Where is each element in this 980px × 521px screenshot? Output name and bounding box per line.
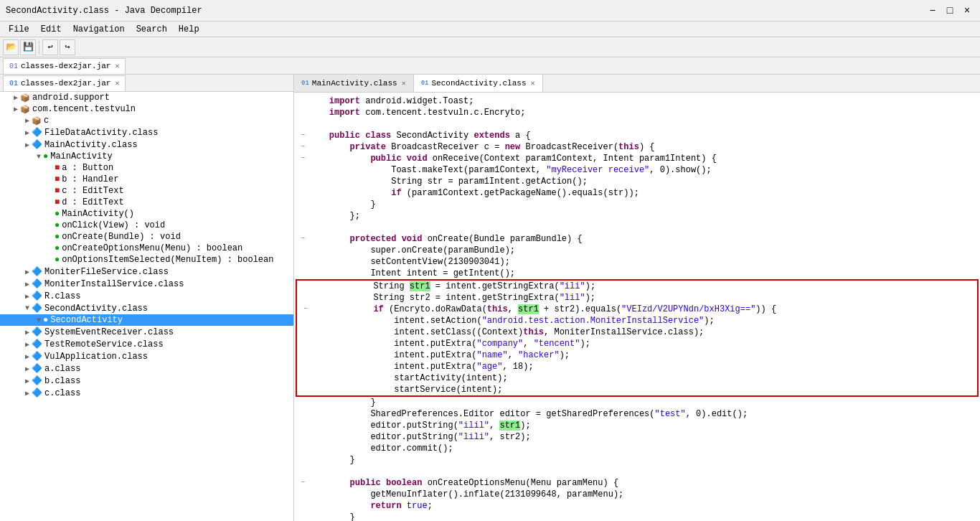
highlight-region: String str1 = intent.getStringExtra("ili…: [296, 279, 979, 397]
file-tab-jar[interactable]: 01 classes-dex2jar.jar ✕: [3, 58, 126, 74]
maximize-button[interactable]: □: [943, 4, 957, 18]
save-button[interactable]: 💾: [20, 39, 36, 55]
fold-button[interactable]: −: [297, 141, 308, 153]
fold-button[interactable]: −: [297, 233, 308, 245]
tree-label: VulApplication.class: [44, 352, 148, 362]
field-icon: ■: [55, 197, 60, 207]
toggle-mainactivity-class[interactable]: ▶: [23, 141, 32, 149]
toggle[interactable]: ▼: [23, 304, 32, 312]
window-title: SecondActivity.class - Java Decompiler: [6, 6, 202, 16]
back-button[interactable]: ↩: [42, 39, 58, 55]
toggle[interactable]: ▶: [23, 377, 32, 385]
tree-item-onoptionsitemselected[interactable]: ● onOptionsItemSelected(MenuItem) : bool…: [0, 254, 293, 266]
tree-item-oncreateoptionsmenu[interactable]: ● onCreateOptionsMenu(Menu) : boolean: [0, 243, 293, 254]
class-icon: ●: [43, 315, 48, 325]
code-line: intent.putExtra("company", "tencent");: [297, 338, 977, 349]
code-line: startActivity(intent);: [297, 372, 977, 384]
toggle-mainactivity[interactable]: ▼: [34, 153, 43, 161]
tree-item-moniterinstallservice[interactable]: ▶ 🔷 MoniterInstallService.class: [0, 278, 293, 290]
toggle-com-tencent[interactable]: ▶: [11, 105, 20, 113]
tree-item-testremoteservice[interactable]: ▶ 🔷 TestRemoteService.class: [0, 338, 293, 350]
tree-item-mainactivity[interactable]: ▼ ● MainActivity: [0, 151, 293, 162]
pkg-tab-close[interactable]: ✕: [115, 79, 119, 88]
tree-item-vulapplication[interactable]: ▶ 🔷 VulApplication.class: [0, 350, 293, 362]
toggle[interactable]: ▶: [23, 340, 32, 349]
file-tab-close[interactable]: ✕: [115, 62, 119, 70]
tree-item-oncreate-main[interactable]: ● onCreate(Bundle) : void: [0, 231, 293, 243]
tree-item-cclass[interactable]: ▶ 🔷 c.class: [0, 387, 293, 399]
code-tab-secondactivity[interactable]: 01 SecondActivity.class ✕: [414, 75, 543, 92]
tree-item-field-d[interactable]: ■ d : EditText: [0, 197, 293, 208]
fold-button[interactable]: −: [297, 477, 308, 489]
menu-search[interactable]: Search: [131, 23, 173, 36]
menu-navigation[interactable]: Navigation: [67, 23, 131, 36]
tree-item-mainactivity-ctor[interactable]: ● MainActivity(): [0, 208, 293, 220]
tree-item-bclass[interactable]: ▶ 🔷 b.class: [0, 375, 293, 387]
toggle[interactable]: ▼: [34, 316, 43, 324]
toggle[interactable]: ▶: [23, 268, 32, 276]
toggle[interactable]: ▶: [23, 352, 32, 361]
tree-item-secondactivity-class[interactable]: ▼ 🔷 SecondActivity.class: [0, 302, 293, 314]
code-line: − public void onReceive(Context param1Co…: [294, 153, 980, 164]
title-bar: SecondActivity.class - Java Decompiler −…: [0, 0, 980, 22]
tab-icon-mainactivity: 01: [301, 80, 309, 87]
tree-label: b : Handler: [62, 174, 118, 184]
tab-close-secondactivity[interactable]: ✕: [531, 79, 535, 88]
code-line: import android.widget.Toast;: [294, 95, 980, 107]
tab-label-secondactivity: SecondActivity.class: [431, 79, 526, 88]
tree-label: SystemEventReceiver.class: [44, 327, 174, 337]
code-line: − protected void onCreate(Bundle paramBu…: [294, 233, 980, 245]
code-content[interactable]: import android.widget.Toast; import com.…: [294, 93, 980, 521]
fold-button[interactable]: −: [297, 130, 308, 141]
toggle[interactable]: ▶: [23, 365, 32, 373]
tree-item-aclass[interactable]: ▶ 🔷 a.class: [0, 362, 293, 375]
tree-label: MainActivity(): [62, 209, 134, 219]
close-button[interactable]: ×: [960, 4, 974, 18]
code-line: [294, 118, 980, 130]
toggle[interactable]: ▶: [23, 292, 32, 301]
toggle-filedataactivity[interactable]: ▶: [23, 128, 32, 137]
menu-help[interactable]: Help: [173, 23, 205, 36]
tree-label: MoniterFileService.class: [44, 267, 169, 277]
menu-edit[interactable]: Edit: [35, 23, 67, 36]
tree-label: com.tencent.testvuln: [32, 104, 136, 114]
file-tabs: 01 classes-dex2jar.jar ✕: [0, 57, 980, 75]
forward-button[interactable]: ↪: [60, 39, 75, 55]
tab-icon-secondactivity: 01: [421, 80, 429, 87]
tree-item-onclick[interactable]: ● onClick(View) : void: [0, 220, 293, 231]
tree-item-systemeventreceiver[interactable]: ▶ 🔷 SystemEventReceiver.class: [0, 326, 293, 338]
class-icon: 🔷: [32, 351, 42, 362]
tree-label: FileDataActivity.class: [44, 128, 158, 138]
tree-item-android-support[interactable]: ▶ 📦 android.support: [0, 92, 293, 103]
tab-close-mainactivity[interactable]: ✕: [402, 79, 406, 88]
tree-item-field-b[interactable]: ■ b : Handler: [0, 174, 293, 185]
tree-item-secondactivity[interactable]: ▼ ● SecondActivity: [0, 314, 293, 326]
tree-item-field-a[interactable]: ■ a : Button: [0, 162, 293, 174]
tree-item-field-c[interactable]: ■ c : EditText: [0, 185, 293, 197]
toggle[interactable]: ▶: [23, 280, 32, 288]
tree-item-rclass[interactable]: ▶ 🔷 R.class: [0, 290, 293, 302]
toggle[interactable]: ▶: [23, 389, 32, 398]
toggle-android-support[interactable]: ▶: [11, 93, 20, 102]
tree-item-c[interactable]: ▶ 📦 c: [0, 115, 293, 126]
fold-button[interactable]: −: [297, 153, 308, 164]
open-button[interactable]: 📂: [3, 39, 19, 55]
tree-item-moniterfileservice[interactable]: ▶ 🔷 MoniterFileService.class: [0, 266, 293, 278]
tree-label: R.class: [44, 291, 80, 301]
tree-item-mainactivity-class[interactable]: ▶ 🔷 MainActivity.class: [0, 139, 293, 151]
sidebar-pkg-tab[interactable]: 01 classes-dex2jar.jar ✕: [3, 75, 126, 91]
menu-file[interactable]: File: [3, 23, 35, 36]
toggle-c[interactable]: ▶: [23, 116, 32, 125]
toggle[interactable]: ▶: [23, 328, 32, 337]
class-icon: 🔷: [32, 339, 42, 349]
fold-button[interactable]: −: [300, 304, 311, 315]
minimize-button[interactable]: −: [925, 4, 940, 18]
class-icon: 🔷: [32, 127, 42, 138]
toolbar-separator: [39, 41, 39, 54]
tree-item-filedataactivity[interactable]: ▶ 🔷 FileDataActivity.class: [0, 126, 293, 139]
tree-item-com-tencent[interactable]: ▶ 📦 com.tencent.testvuln: [0, 103, 293, 115]
pkg-tab-icon: 01: [9, 80, 18, 88]
code-tab-mainactivity[interactable]: 01 MainActivity.class ✕: [294, 75, 414, 92]
code-line: [294, 222, 980, 233]
tree-label: b.class: [44, 376, 80, 386]
